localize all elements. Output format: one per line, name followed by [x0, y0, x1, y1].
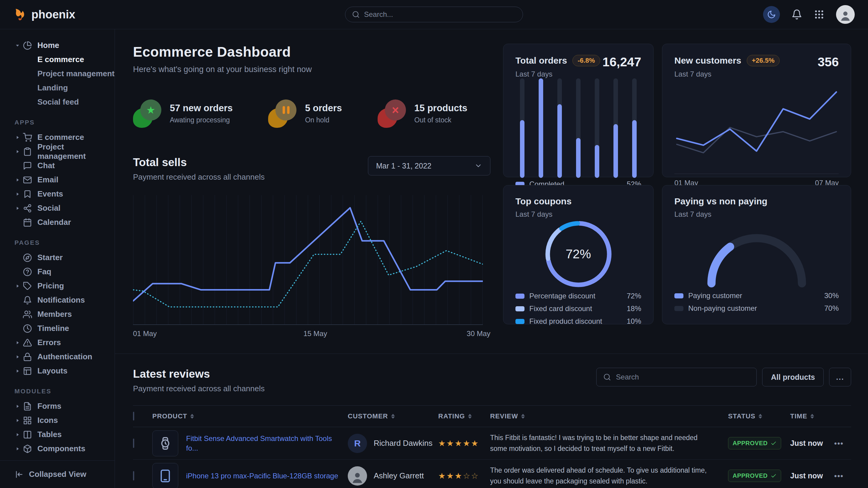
quick-stats: ★ 57 new orders Awating processing 5 ord… [133, 99, 490, 128]
sidebar-item-home[interactable]: Home [0, 38, 115, 53]
sidebar-item-email[interactable]: Email [0, 173, 115, 187]
stat-description: Awating processing [170, 116, 232, 124]
status-badge: APPROVED [728, 469, 781, 482]
product-thumbnail [152, 430, 178, 456]
customer-avatar-initial: R [348, 434, 367, 453]
sidebar-item-forms[interactable]: Forms [0, 399, 115, 413]
legend-value: 72% [627, 292, 641, 300]
column-header-status[interactable]: STATUS [728, 412, 790, 420]
new-customers-value: 356 [818, 55, 839, 69]
caret-right-icon [14, 134, 21, 140]
sidebar-item-tables[interactable]: Tables [0, 427, 115, 442]
sidebar-section-modules: MODULES [14, 388, 115, 395]
sidebar-item-notifications[interactable]: Notifications [0, 293, 115, 307]
sort-icon [521, 414, 525, 419]
star-icon: ★ [146, 104, 155, 116]
caret-right-icon [14, 354, 21, 360]
sort-icon [468, 414, 472, 419]
stat-green: ★ 57 new orders Awating processing [133, 99, 232, 128]
reviews-more-button[interactable]: ... [829, 368, 851, 386]
sort-icon [758, 414, 762, 419]
stat-amount: 5 orders [305, 103, 342, 113]
row-more-button[interactable]: ••• [834, 439, 851, 448]
select-all-checkbox[interactable] [133, 412, 134, 421]
top-coupons-period: Last 7 days [516, 210, 641, 219]
sidebar-item-starter[interactable]: Starter [0, 251, 115, 265]
sidebar-subitem-project-management[interactable]: Project management [0, 67, 115, 81]
global-search-input[interactable]: Search... [345, 7, 523, 22]
column-header-review[interactable]: REVIEW [490, 412, 728, 420]
stat-amount: 15 products [414, 103, 467, 113]
sidebar-nav: HomeE commerceProject managementLandingS… [0, 29, 115, 488]
sidebar-item-pricing[interactable]: Pricing [0, 279, 115, 293]
user-avatar[interactable] [836, 5, 855, 24]
pause-icon [283, 106, 289, 114]
sidebar-item-social[interactable]: Social [0, 201, 115, 215]
stat-red: × 15 products Out of stock [378, 99, 467, 128]
new-customers-title: New customers [674, 56, 741, 66]
reviews-search-input[interactable]: Search [596, 368, 757, 386]
reviews-table-header: PRODUCTCUSTOMERRATINGREVIEWSTATUSTIME [133, 405, 851, 427]
sidebar-item-components[interactable]: Components [0, 442, 115, 456]
column-header-customer[interactable]: CUSTOMER [348, 412, 438, 420]
caret-down-icon [14, 42, 21, 48]
stat-description: Out of stock [414, 116, 467, 124]
column-header-product[interactable]: PRODUCT [152, 412, 348, 420]
total-orders-bar-chart [516, 78, 641, 178]
row-checkbox[interactable] [133, 438, 134, 448]
top-coupons-card: Top coupons Last 7 days 72% Percentage d… [503, 185, 654, 324]
x-tick-01may: 01 May [133, 329, 157, 337]
sidebar-subitem-landing[interactable]: Landing [0, 81, 115, 95]
date-range-select[interactable]: Mar 1 - 31, 2022 [368, 156, 490, 175]
latest-reviews-section: Latest reviews Payment received across a… [133, 368, 851, 488]
kpi-cards-grid: Total orders -6.8% Last 7 days 16,247 [503, 44, 851, 341]
sidebar-item-errors[interactable]: Errors [0, 335, 115, 350]
stat-description: On hold [305, 116, 342, 124]
person-silhouette-icon [351, 471, 364, 484]
row-more-button[interactable]: ••• [834, 472, 851, 480]
product-link[interactable]: Fitbit Sense Advanced Smartwatch with To… [186, 434, 339, 452]
paying-legend-row: Paying customer 30% [674, 289, 839, 302]
notifications-bell-icon[interactable] [792, 9, 802, 20]
collapse-view-button[interactable]: Collapsed View [0, 460, 115, 488]
all-products-button[interactable]: All products [762, 368, 824, 386]
row-checkbox[interactable] [133, 471, 134, 481]
legend-swatch [516, 294, 525, 299]
brand-logo[interactable]: phoenix [13, 7, 75, 22]
legend-label: Paying customer [688, 291, 742, 300]
apps-grid-icon[interactable] [814, 9, 825, 20]
sidebar-item-calendar[interactable]: Calendar [0, 215, 115, 229]
column-header-time[interactable]: TIME [790, 412, 834, 420]
theme-toggle-button[interactable] [763, 6, 780, 23]
sidebar-item-authentication[interactable]: Authentication [0, 350, 115, 364]
share-icon [23, 204, 32, 213]
sidebar-subitem-e-commerce[interactable]: E commerce [0, 53, 115, 67]
sidebar-item-project-management[interactable]: Project management [0, 144, 115, 159]
top-coupons-legend: Percentage discount 72% Fixed card disco… [516, 290, 641, 328]
stat-red-icon: × [378, 99, 407, 128]
legend-label: Fixed product discount [529, 317, 602, 326]
stat-green-icon: ★ [133, 99, 162, 128]
total-orders-value: 16,247 [602, 55, 641, 69]
sidebar-item-layouts[interactable]: Layouts [0, 364, 115, 378]
sidebar-subitem-social-feed[interactable]: Social feed [0, 95, 115, 109]
sidebar-item-icons[interactable]: Icons [0, 413, 115, 427]
product-link[interactable]: iPhone 13 pro max-Pacific Blue-128GB sto… [186, 471, 338, 481]
sidebar-item-events[interactable]: Events [0, 187, 115, 201]
person-silhouette-icon [839, 10, 851, 22]
help-icon [23, 267, 32, 276]
reviews-title: Latest reviews [133, 368, 265, 380]
legend-swatch [674, 293, 683, 298]
sidebar-item-timeline[interactable]: Timeline [0, 321, 115, 335]
sidebar-item-members[interactable]: Members [0, 307, 115, 321]
search-icon [603, 373, 611, 381]
caret-right-icon [14, 177, 21, 183]
paying-legend: Paying customer 30% Non-paying customer … [674, 289, 839, 315]
caret-right-icon [14, 432, 21, 438]
review-time: Just now [790, 439, 834, 448]
sidebar-section-pages: PAGES [14, 239, 115, 246]
sidebar-item-faq[interactable]: Faq [0, 265, 115, 279]
table-row: iPhone 13 pro max-Pacific Blue-128GB sto… [133, 460, 851, 488]
column-header-rating[interactable]: RATING [438, 412, 490, 420]
bookmark-icon [23, 190, 32, 199]
